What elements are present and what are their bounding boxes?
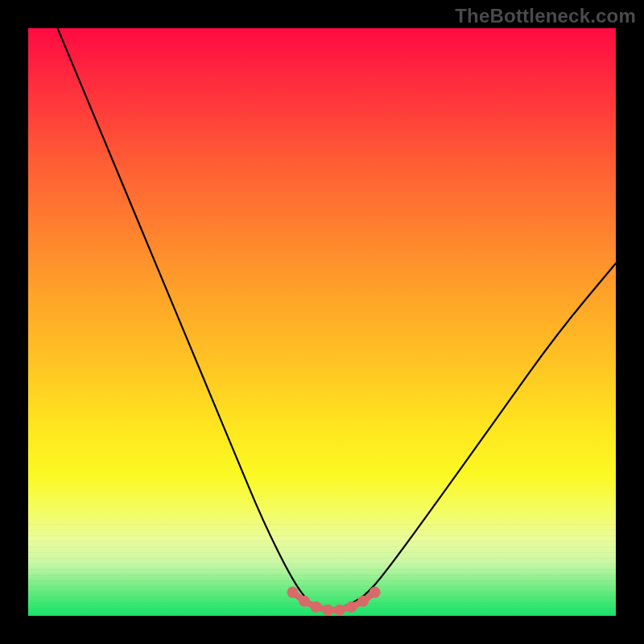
watermark-text: TheBottleneck.com [455,5,636,27]
highlight-point [289,588,297,597]
highlight-point [371,588,379,597]
highlight-point [336,606,344,614]
highlight-point [312,603,320,611]
plot-area [28,28,616,616]
bottleneck-curve [58,28,617,610]
curve-layer [28,28,616,616]
highlight-point [300,597,308,605]
highlight-point [348,603,356,611]
chart-frame: TheBottleneck.com [0,0,644,644]
highlight-point [359,597,367,605]
highlight-point [324,606,332,614]
